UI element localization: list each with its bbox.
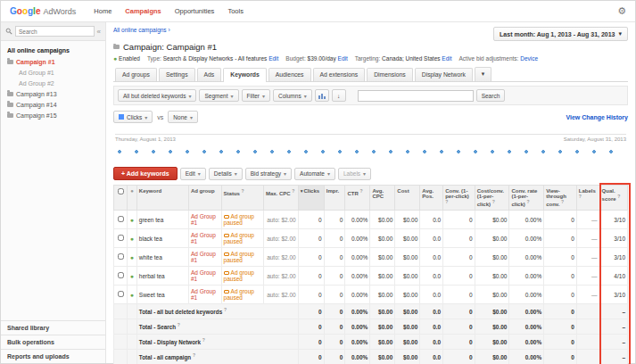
sidebar-item-bulk-operations[interactable]: Bulk operations	[1, 335, 105, 349]
ad-group-link[interactable]: Ad Group #1	[191, 251, 216, 263]
automate-menu[interactable]: Automate▾	[294, 168, 335, 180]
sidebar-search-input[interactable]	[15, 26, 95, 37]
sidebar-item-ad-group-1[interactable]: Ad Group #1	[1, 67, 105, 78]
chart-toggle-button[interactable]	[315, 89, 329, 102]
col-view-through[interactable]: View-through conv. ?	[544, 186, 577, 211]
details-menu[interactable]: Details▾	[209, 168, 243, 180]
help-icon[interactable]: ?	[178, 322, 180, 327]
select-all-checkbox[interactable]	[118, 188, 124, 194]
row-checkbox[interactable]	[118, 291, 124, 297]
tab-display-network[interactable]: Display Network	[415, 68, 473, 81]
help-icon[interactable]: ?	[224, 307, 227, 312]
edit-budget-link[interactable]: Edit	[338, 55, 348, 62]
max-cpc-cell[interactable]: auto: $2.00	[263, 211, 298, 229]
col-conv-rate[interactable]: Conv. rate (1-per-click) ?	[509, 186, 544, 211]
help-icon[interactable]: ?	[579, 194, 582, 199]
col-keyword[interactable]: Keyword	[136, 186, 188, 211]
tab-dimensions[interactable]: Dimensions	[367, 68, 413, 81]
col-avg-cpc[interactable]: Avg. CPC	[370, 186, 395, 211]
collapse-sidebar-icon[interactable]: «	[97, 28, 101, 36]
max-cpc-cell[interactable]: auto: $2.00	[263, 229, 298, 248]
bid-device-link[interactable]: Device	[520, 55, 538, 62]
help-icon[interactable]: ?	[292, 188, 294, 194]
tab-ad-groups[interactable]: Ad groups	[115, 68, 157, 81]
google-adwords-logo[interactable]: Google AdWords	[10, 6, 76, 16]
filter-dropdown[interactable]: Filter▾	[242, 89, 270, 102]
breadcrumb[interactable]: All online campaigns ›	[113, 27, 170, 33]
keyword-cell[interactable]: Sweet tea	[136, 285, 188, 304]
help-icon[interactable]: ?	[561, 199, 564, 204]
help-icon[interactable]: ?	[202, 337, 205, 343]
ad-group-link[interactable]: Ad Group #1	[191, 213, 216, 226]
help-icon[interactable]: ?	[617, 194, 620, 199]
max-cpc-cell[interactable]: auto: $2.00	[263, 248, 298, 267]
bid-strategy-menu[interactable]: Bid strategy▾	[245, 168, 292, 180]
keyword-cell[interactable]: black tea	[136, 229, 188, 248]
keyword-status-dot[interactable]: ●	[130, 273, 134, 279]
keyword-cell[interactable]: white tea	[136, 248, 188, 267]
keyword-status-dot[interactable]: ●	[130, 236, 134, 242]
tab-more-button[interactable]: ▾	[475, 67, 491, 81]
enabled-status[interactable]: ● Enabled	[113, 55, 140, 62]
col-ctr[interactable]: CTR ?	[345, 186, 370, 211]
nav-tools[interactable]: Tools	[227, 7, 244, 15]
sidebar-item-campaign-15[interactable]: Campaign #15	[1, 110, 105, 120]
add-keywords-button[interactable]: + Add keywords	[113, 167, 178, 180]
tab-audiences[interactable]: Audiences	[268, 68, 311, 81]
col-qual-score[interactable]: Qual. score ?	[599, 186, 627, 211]
col-impr[interactable]: Impr.	[324, 186, 345, 211]
help-icon[interactable]: ?	[492, 199, 495, 204]
chart-timeline-dots[interactable]	[117, 149, 624, 154]
tab-ad-extensions[interactable]: Ad extensions	[313, 68, 366, 81]
date-range-button[interactable]: Last month: Aug 1, 2013 - Aug 31, 2013 ▾	[493, 27, 628, 41]
metric-selector[interactable]: Clicks▾	[113, 111, 153, 123]
tab-keywords[interactable]: Keywords	[223, 68, 266, 82]
help-icon[interactable]: ?	[445, 199, 448, 204]
help-icon[interactable]: ?	[526, 199, 529, 204]
help-icon[interactable]: ?	[242, 188, 244, 194]
sidebar-item-ad-group-2[interactable]: Ad Group #2	[1, 78, 105, 88]
col-ad-group[interactable]: Ad group	[188, 186, 221, 211]
ad-group-link[interactable]: Ad Group #1	[191, 288, 216, 301]
view-change-history-link[interactable]: View Change History	[566, 114, 628, 120]
nav-opportunities[interactable]: Opportunities	[175, 7, 215, 15]
col-cost-conv[interactable]: Cost/conv. (1-per-click) ?	[475, 186, 509, 211]
col-status[interactable]: Status ?	[221, 186, 263, 211]
keyword-status-dot[interactable]: ●	[130, 217, 134, 223]
search-button[interactable]: Search	[476, 89, 506, 102]
edit-targeting-link[interactable]: Edit	[442, 55, 451, 62]
col-avg-pos[interactable]: Avg. Pos.	[420, 186, 443, 211]
help-icon[interactable]: ?	[193, 352, 195, 358]
tab-settings[interactable]: Settings	[159, 68, 195, 81]
edit-menu[interactable]: Edit▾	[180, 168, 206, 180]
col-max-cpc[interactable]: Max. CPC ?	[263, 186, 298, 211]
keyword-status-dot[interactable]: ●	[130, 254, 134, 261]
columns-dropdown[interactable]: Columns▾	[273, 89, 312, 102]
row-checkbox[interactable]	[118, 272, 124, 278]
max-cpc-cell[interactable]: auto: $2.00	[263, 285, 298, 304]
sidebar-item-campaign-14[interactable]: Campaign #14	[1, 99, 105, 110]
ad-group-link[interactable]: Ad Group #1	[191, 232, 216, 244]
nav-campaigns[interactable]: Campaigns	[125, 7, 161, 15]
tab-ads[interactable]: Ads	[197, 68, 222, 81]
keywords-view-dropdown[interactable]: All but deleted keywords▾	[118, 89, 196, 102]
keyword-cell[interactable]: green tea	[136, 211, 188, 229]
help-icon[interactable]: ?	[359, 188, 362, 194]
edit-type-link[interactable]: Edit	[268, 55, 278, 62]
download-button[interactable]: ↓	[332, 89, 346, 102]
max-cpc-cell[interactable]: auto: $2.00	[263, 267, 298, 285]
row-checkbox[interactable]	[118, 235, 124, 241]
col-labels[interactable]: Labels ?	[576, 186, 599, 211]
col-cost[interactable]: Cost	[395, 186, 420, 211]
row-checkbox[interactable]	[118, 216, 124, 222]
sidebar-item-shared-library[interactable]: Shared library	[1, 320, 105, 335]
col-clicks[interactable]: ▾Clicks	[298, 186, 324, 211]
row-checkbox[interactable]	[118, 253, 124, 260]
gear-icon[interactable]: ⚙	[617, 5, 626, 17]
segment-dropdown[interactable]: Segment▾	[199, 89, 238, 102]
all-online-campaigns-label[interactable]: All online campaigns	[1, 41, 105, 56]
keyword-status-dot[interactable]: ●	[130, 292, 134, 298]
col-conv[interactable]: Conv. (1-per-click) ?	[443, 186, 475, 211]
compare-metric-selector[interactable]: None▾	[168, 111, 198, 123]
sidebar-item-campaign-13[interactable]: Campaign #13	[1, 88, 105, 99]
